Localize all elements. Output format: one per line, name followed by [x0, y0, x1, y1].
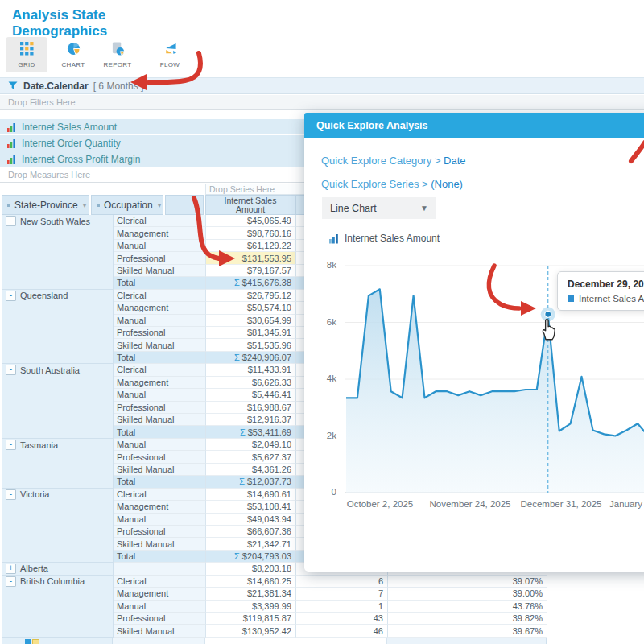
sigma-icon: Σ — [234, 551, 240, 561]
state-cell: -British Columbia — [2, 576, 114, 588]
state-label: British Columbia — [20, 576, 85, 586]
state-label: Alberta — [20, 564, 48, 573]
order-quantity-cell: 1 — [296, 601, 388, 613]
sales-amount-cell: $21,381.34 — [206, 588, 296, 600]
sales-amount-cell: $3,399.99 — [206, 601, 296, 613]
row-marker-icon — [32, 639, 39, 644]
chevron-down-icon[interactable]: ▾ — [158, 201, 162, 209]
hand-cursor-icon — [537, 316, 561, 341]
occupation-cell: Professional — [114, 451, 206, 463]
state-cell — [2, 377, 114, 389]
sales-amount-cell: $98,760.16 — [206, 227, 296, 239]
table-row[interactable]: Skilled Manual$130,952.424639.67% — [2, 625, 547, 637]
y-axis-tick: 0 — [317, 487, 336, 497]
occupation-cell: Total — [114, 352, 206, 364]
occupation-cell: Clerical — [114, 364, 206, 376]
occupation-cell: Clerical — [114, 290, 206, 302]
sales-amount-cell: $53,108.41 — [206, 501, 296, 513]
sales-amount-cell: $14,660.25 — [206, 576, 296, 588]
column-chip-occupation[interactable]: Occupation ▾ — [91, 195, 163, 215]
occupation-cell: Professional — [114, 613, 206, 625]
collapse-icon[interactable]: - — [6, 576, 16, 587]
collapse-icon[interactable]: - — [6, 489, 16, 500]
flow-view-button[interactable]: FLOW — [149, 37, 191, 72]
state-cell: -New South Wales — [2, 215, 114, 227]
report-view-button[interactable]: REPORT — [97, 37, 138, 72]
chart-type-dropdown[interactable]: Line Chart ▼ — [322, 197, 436, 219]
quick-explore-category-link[interactable]: Quick Explore Category > Date — [321, 155, 466, 167]
sales-amount-cell: $6,626.33 — [206, 377, 296, 389]
flow-icon — [163, 42, 177, 59]
collapse-icon[interactable]: - — [6, 291, 16, 301]
y-axis-tick: 4k — [317, 374, 336, 383]
report-icon — [111, 42, 125, 59]
table-row[interactable]: Manual$3,399.99143.76% — [2, 601, 547, 613]
tooltip-date: December 29, 2025 — [568, 279, 644, 290]
state-cell — [2, 277, 114, 289]
drop-filters-zone[interactable]: Drop Filters Here — [0, 95, 644, 110]
table-row[interactable]: Management$21,381.34739.00% — [2, 588, 547, 600]
occupation-cell: Skilled Manual — [114, 464, 206, 476]
occupation-cell: Manual — [114, 240, 206, 252]
column-chip-state-province[interactable]: State-Province ▾ — [2, 195, 89, 215]
x-axis-tick: October 2, 2025 — [347, 499, 413, 509]
state-cell — [2, 252, 114, 264]
bar-chart-icon — [6, 155, 16, 164]
chevron-down-icon[interactable]: ▾ — [83, 201, 87, 209]
filter-field-name: Date.Calendar — [23, 80, 89, 92]
state-label: South Australia — [20, 365, 80, 375]
grid-view-button[interactable]: GRID — [6, 37, 47, 72]
highlighted-sales-cell: $131,553.95 — [206, 252, 296, 264]
occupation-cell: Professional — [114, 327, 206, 339]
collapse-icon[interactable]: - — [6, 365, 16, 375]
state-cell — [2, 464, 114, 476]
occupation-cell: Skilled Manual — [114, 339, 206, 351]
state-cell — [2, 414, 114, 426]
sales-amount-cell: $81,345.91 — [206, 327, 296, 339]
occupation-cell: Manual — [114, 315, 206, 327]
state-cell — [2, 240, 114, 252]
collapse-icon[interactable]: - — [6, 440, 16, 450]
sales-amount-cell: $79,167.57 — [206, 265, 296, 277]
occupation-cell: Skilled Manual — [114, 538, 206, 550]
table-row[interactable]: Professional$119,815.874339.82% — [2, 613, 547, 625]
bar-chart-icon — [328, 233, 339, 244]
occupation-cell: Professional — [114, 526, 206, 538]
sales-amount-cell: $61,129.22 — [206, 240, 296, 252]
filter-bar[interactable]: Date.Calendar [ 6 Months ] — [0, 77, 644, 94]
state-cell — [2, 476, 114, 488]
column-header-internet-sales-amount[interactable]: Internet Sales Amount — [205, 195, 295, 215]
row-marker-icon — [25, 639, 31, 644]
dialog-title-bar[interactable]: Quick Explore Analysis — [304, 113, 644, 138]
state-label: Victoria — [20, 489, 49, 499]
occupation-cell: Skilled Manual — [114, 414, 206, 426]
tooltip-series-label: Internet Sales Amount — [579, 294, 644, 303]
sales-amount-cell: $16,988.67 — [206, 402, 296, 414]
x-axis-tick: November 24, 2025 — [429, 499, 510, 509]
quick-explore-series-link[interactable]: Quick Explore Series > (None) — [321, 178, 463, 190]
state-cell — [2, 613, 114, 625]
table-row[interactable]: -British ColumbiaClerical$14,660.25639.0… — [2, 576, 547, 588]
chart-view-button[interactable]: CHART — [52, 37, 94, 72]
occupation-cell: Management — [114, 501, 206, 513]
sales-amount-cell: $49,043.94 — [206, 514, 296, 526]
occupation-cell — [114, 563, 206, 575]
state-cell — [2, 551, 114, 563]
sales-amount-cell: $51,535.96 — [206, 339, 296, 351]
sales-amount-cell: $5,446.41 — [206, 389, 296, 401]
occupation-cell: Manual — [114, 439, 206, 451]
margin-cell: 39.67% — [388, 625, 547, 637]
expand-icon[interactable]: + — [6, 564, 16, 574]
occupation-cell: Management — [114, 302, 206, 314]
field-bullet-icon — [97, 204, 100, 207]
sales-amount-cell: $26,795.12 — [206, 290, 296, 302]
occupation-cell: Clerical — [114, 489, 206, 501]
order-quantity-cell: 7 — [296, 588, 388, 600]
filter-funnel-icon — [8, 79, 18, 93]
margin-cell: 43.76% — [388, 601, 547, 613]
occupation-cell: Manual — [114, 601, 206, 613]
occupation-cell: Total — [114, 277, 206, 289]
sales-amount-cell: $8,203.18 — [206, 563, 296, 575]
collapse-icon[interactable]: - — [6, 216, 16, 226]
sigma-icon: Σ — [239, 477, 245, 486]
